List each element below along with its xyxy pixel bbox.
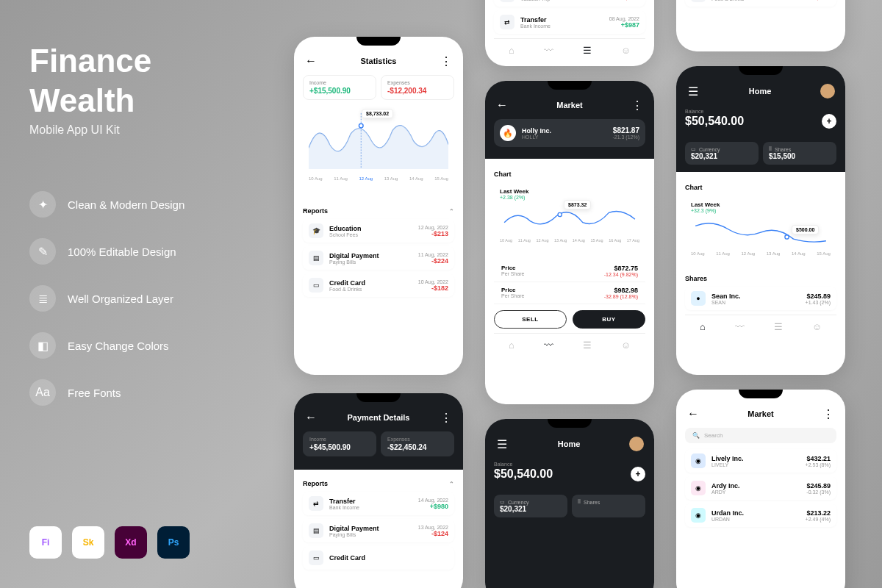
balance-value: $50,540.00 (494, 467, 553, 481)
company-logo-icon: ◉ (691, 508, 706, 523)
back-icon[interactable]: ← (304, 54, 318, 68)
reports-title: Reports⌃ (303, 207, 454, 215)
list-item[interactable]: ▤ Digital PaymentPaying Bills 13 Aug, 20… (303, 519, 454, 542)
transfer-icon: ⇄ (500, 15, 514, 29)
activity-icon[interactable]: 〰 (735, 321, 745, 332)
expenses-card: Expenses -$22,450.24 (381, 431, 454, 456)
home-icon[interactable]: ⌂ (509, 340, 514, 351)
sell-button[interactable]: SELL (494, 310, 567, 329)
svg-point-3 (785, 235, 789, 239)
home-chart[interactable]: Last Week +32.3 (9%) $500.00 10 Aug11 Au… (685, 196, 836, 269)
feature-item: ◧Easy Change Colors (29, 332, 184, 359)
menu-icon[interactable]: ☰ (686, 85, 700, 98)
search-input[interactable]: 🔍Search (685, 428, 836, 443)
buy-button[interactable]: BUY (573, 310, 645, 329)
list-item[interactable]: ▭ Credit CardFood & Drinks 10 Aug, 2022-… (685, 0, 836, 7)
balance-label: Balance (685, 109, 836, 114)
chevron-up-icon[interactable]: ⌃ (449, 208, 454, 215)
expenses-card: Expenses -$12,200.34 (381, 75, 454, 100)
palette-icon: ◧ (29, 332, 56, 359)
promo-title-block: Finance Wealth Mobile App UI Kit (29, 44, 151, 137)
transport-icon: ✈ (500, 0, 514, 2)
home-icon[interactable]: ⌂ (700, 321, 706, 332)
page-title: Home (558, 440, 581, 448)
chart-axis: 10 Aug11 Aug12 Aug13 Aug14 Aug15 Aug16 A… (500, 238, 639, 243)
balance-label: Balance (494, 462, 645, 467)
price-row: PricePer Share $872.75-12.34 (9.82%) (494, 260, 645, 282)
shares-card[interactable]: ⅼⅼShares (572, 495, 645, 517)
page-title: Home (749, 87, 772, 96)
back-icon[interactable]: ← (495, 98, 509, 112)
page-title: Payment Details (348, 413, 410, 422)
shares-card[interactable]: ⅼⅼShares $15,500 (763, 142, 836, 165)
list-item[interactable]: ◉ Urdan Inc.URDAN $213.22+2.49 (4%) (685, 503, 836, 527)
chart-axis: 10 Aug 11 Aug 12 Aug 13 Aug 14 Aug 15 Au… (309, 176, 448, 181)
feature-list: ✦Clean & Modern Design ✎100% Editable De… (29, 191, 184, 426)
bars-icon: ⅼⅼ (769, 146, 772, 152)
market-chart[interactable]: Last Week +2.38 (2%) $873.32 10 Aug11 Au… (494, 182, 645, 256)
title-line-2: Wealth (29, 84, 151, 118)
more-icon[interactable]: ⋮ (440, 54, 453, 68)
currency-card[interactable]: ▭Currency $20,321 (685, 142, 759, 165)
phone-transactions-partial: ▤ Paying Bills -$224 ✈ TransportVacation… (485, 0, 654, 66)
back-icon[interactable]: ← (686, 407, 700, 420)
list-item[interactable]: ▤ Digital PaymentPaying Bills 11 Aug, 20… (303, 246, 454, 270)
list-item[interactable]: ● Sean Inc.SEAN $245.89+1.43 (2%) (685, 287, 836, 310)
list-item[interactable]: ✈ TransportVacation Trip 09 Aug, 2022-$1… (494, 0, 645, 7)
chevron-up-icon[interactable]: ⌃ (449, 481, 454, 487)
phone-home-2: ☰ Home Balance $50,540.00+ ▭Currency $20… (485, 419, 654, 588)
phone-market-list: ← Market ⋮ 🔍Search ◉ Lively Inc.LIVELY $… (676, 390, 845, 588)
list-item[interactable]: ⇄ TransferBank Income 14 Aug, 2022+$980 (303, 492, 454, 515)
phone-home: ☰ Home Balance $50,540.00+ ▭Currency $20… (676, 66, 845, 375)
income-card: Income +$45,500.90 (303, 431, 376, 456)
svg-point-1 (359, 123, 363, 128)
more-icon[interactable]: ⋮ (822, 407, 835, 420)
list-item[interactable]: ▭ Credit Card (303, 546, 454, 570)
pen-icon: ✎ (29, 238, 56, 265)
currency-card[interactable]: ▭Currency $20,321 (494, 495, 567, 517)
reports-title: Reports⌃ (303, 480, 454, 487)
statistics-chart[interactable]: $8,733.02 10 Aug 11 Aug 12 Aug 13 Aug 14… (303, 106, 454, 201)
list-item[interactable]: ▭ Credit CardFood & Drinks 10 Aug, 2022-… (303, 273, 454, 297)
list-icon[interactable]: ☰ (583, 45, 592, 56)
more-icon[interactable]: ⋮ (631, 98, 644, 112)
profile-icon[interactable]: ☺ (621, 45, 631, 56)
payment-icon: ▤ (309, 523, 323, 538)
page-title: Market (556, 101, 582, 110)
avatar[interactable] (820, 84, 835, 98)
activity-icon[interactable]: 〰 (544, 340, 553, 351)
menu-icon[interactable]: ☰ (495, 437, 509, 451)
wallet-icon: ▭ (500, 499, 505, 505)
back-icon[interactable]: ← (304, 411, 318, 424)
list-item[interactable]: ◉ Ardy Inc.ARDY $245.89-0.32 (3%) (685, 476, 836, 500)
market-header[interactable]: 🔥 Holly Inc.HOLLY $821.87-21.3 (12%) (494, 119, 645, 147)
add-button[interactable]: + (822, 114, 836, 129)
list-icon[interactable]: ☰ (774, 321, 783, 332)
more-icon[interactable]: ⋮ (440, 411, 453, 424)
feature-item: ✎100% Editable Design (29, 238, 184, 265)
bars-icon: ⅼⅼ (578, 499, 581, 505)
payment-icon: ▤ (309, 251, 323, 265)
education-icon: 🎓 (309, 223, 323, 238)
price-list: PricePer Share $872.75-12.34 (9.82%) Pri… (494, 260, 645, 304)
feature-item: ✦Clean & Modern Design (29, 191, 184, 218)
profile-icon[interactable]: ☺ (812, 321, 822, 332)
avatar[interactable] (629, 437, 644, 451)
xd-icon: Xd (115, 526, 147, 559)
card-icon: ▭ (309, 551, 323, 565)
list-icon[interactable]: ☰ (583, 340, 592, 351)
home-icon[interactable]: ⌂ (509, 45, 514, 56)
list-item[interactable]: ⇄ TransferBank Income 08 Aug, 2022+$987 (494, 10, 645, 34)
list-item[interactable]: ◉ Lively Inc.LIVELY $432.21+2.53 (8%) (685, 449, 836, 473)
price-row: PricePer Share $982.98-32.89 (12.8%) (494, 282, 645, 304)
profile-icon[interactable]: ☺ (621, 340, 631, 351)
feature-item: ≣Well Organized Layer (29, 285, 184, 312)
chart-tooltip: $873.32 (564, 200, 591, 209)
tool-icons: Fi Sk Xd Ps (29, 526, 190, 559)
svg-point-2 (558, 212, 562, 216)
chart-tooltip: $8,733.02 (362, 109, 393, 118)
add-button[interactable]: + (631, 467, 645, 481)
chart-tooltip: $500.00 (792, 225, 819, 234)
list-item[interactable]: 🎓 EducationSchool Fees 12 Aug, 2022-$213 (303, 219, 454, 243)
activity-icon[interactable]: 〰 (544, 45, 553, 56)
